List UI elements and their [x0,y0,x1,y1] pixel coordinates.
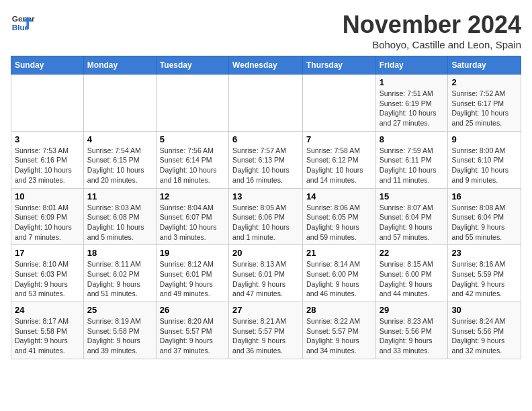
day-info: Sunrise: 8:06 AM Sunset: 6:05 PM Dayligh… [306,203,372,242]
day-number: 13 [232,191,299,201]
day-info: Sunrise: 7:56 AM Sunset: 6:14 PM Dayligh… [160,146,225,185]
day-info: Sunrise: 8:07 AM Sunset: 6:04 PM Dayligh… [380,203,445,242]
day-info: Sunrise: 8:19 AM Sunset: 5:58 PM Dayligh… [87,316,152,356]
logo: General Blue [11,11,35,35]
calendar-week-5: 24Sunrise: 8:17 AM Sunset: 5:58 PM Dayli… [11,302,521,359]
day-info: Sunrise: 8:01 AM Sunset: 6:09 PM Dayligh… [15,203,80,242]
day-info: Sunrise: 8:23 AM Sunset: 5:56 PM Dayligh… [380,316,445,356]
day-info: Sunrise: 8:13 AM Sunset: 6:01 PM Dayligh… [232,259,299,299]
calendar-cell [302,75,375,132]
header-sunday: Sunday [11,56,84,75]
calendar-table: Sunday Monday Tuesday Wednesday Thursday… [11,56,521,359]
calendar-subtitle: Bohoyo, Castille and Leon, Spain [343,39,521,50]
day-number: 10 [15,191,80,201]
day-number: 8 [380,134,445,144]
day-info: Sunrise: 7:54 AM Sunset: 6:15 PM Dayligh… [87,146,152,185]
header-wednesday: Wednesday [229,56,303,75]
day-number: 14 [306,191,372,201]
day-info: Sunrise: 8:05 AM Sunset: 6:06 PM Dayligh… [232,203,299,242]
calendar-cell: 19Sunrise: 8:12 AM Sunset: 6:01 PM Dayli… [156,245,228,302]
calendar-cell [229,75,303,132]
day-number: 3 [15,134,80,144]
day-info: Sunrise: 7:52 AM Sunset: 6:17 PM Dayligh… [451,89,517,128]
day-info: Sunrise: 7:53 AM Sunset: 6:16 PM Dayligh… [15,146,80,185]
calendar-cell: 14Sunrise: 8:06 AM Sunset: 6:05 PM Dayli… [302,188,375,245]
calendar-cell: 17Sunrise: 8:10 AM Sunset: 6:03 PM Dayli… [11,245,84,302]
day-number: 5 [160,134,225,144]
calendar-cell [83,75,156,132]
calendar-cell: 4Sunrise: 7:54 AM Sunset: 6:15 PM Daylig… [83,131,156,188]
header: General Blue November 2024 Bohoyo, Casti… [11,11,521,50]
calendar-cell: 30Sunrise: 8:24 AM Sunset: 5:56 PM Dayli… [448,302,521,359]
day-info: Sunrise: 7:51 AM Sunset: 6:19 PM Dayligh… [380,89,445,128]
day-info: Sunrise: 8:16 AM Sunset: 5:59 PM Dayligh… [451,259,517,299]
day-info: Sunrise: 8:22 AM Sunset: 5:57 PM Dayligh… [306,316,372,356]
calendar-cell: 11Sunrise: 8:03 AM Sunset: 6:08 PM Dayli… [83,188,156,245]
day-info: Sunrise: 8:04 AM Sunset: 6:07 PM Dayligh… [160,203,225,242]
day-number: 12 [160,191,225,201]
day-number: 15 [380,191,445,201]
day-number: 9 [451,134,517,144]
calendar-cell: 13Sunrise: 8:05 AM Sunset: 6:06 PM Dayli… [229,188,303,245]
day-info: Sunrise: 7:58 AM Sunset: 6:12 PM Dayligh… [306,146,372,185]
day-number: 1 [380,77,445,87]
day-info: Sunrise: 8:12 AM Sunset: 6:01 PM Dayligh… [160,259,225,299]
calendar-cell [156,75,228,132]
day-info: Sunrise: 8:15 AM Sunset: 6:00 PM Dayligh… [380,259,445,299]
day-info: Sunrise: 8:21 AM Sunset: 5:57 PM Dayligh… [232,316,299,356]
calendar-cell: 12Sunrise: 8:04 AM Sunset: 6:07 PM Dayli… [156,188,228,245]
calendar-cell: 27Sunrise: 8:21 AM Sunset: 5:57 PM Dayli… [229,302,303,359]
day-number: 28 [306,305,372,315]
calendar-cell: 7Sunrise: 7:58 AM Sunset: 6:12 PM Daylig… [302,131,375,188]
calendar-cell: 5Sunrise: 7:56 AM Sunset: 6:14 PM Daylig… [156,131,228,188]
day-info: Sunrise: 8:24 AM Sunset: 5:56 PM Dayligh… [451,316,517,356]
day-info: Sunrise: 8:10 AM Sunset: 6:03 PM Dayligh… [15,259,80,299]
day-info: Sunrise: 8:17 AM Sunset: 5:58 PM Dayligh… [15,316,80,356]
day-number: 22 [380,248,445,258]
day-number: 27 [232,305,299,315]
day-info: Sunrise: 8:14 AM Sunset: 6:00 PM Dayligh… [306,259,372,299]
header-monday: Monday [83,56,156,75]
day-number: 18 [87,248,152,258]
day-number: 4 [87,134,152,144]
day-info: Sunrise: 8:03 AM Sunset: 6:08 PM Dayligh… [87,203,152,242]
day-number: 23 [451,248,517,258]
day-number: 20 [232,248,299,258]
calendar-cell: 22Sunrise: 8:15 AM Sunset: 6:00 PM Dayli… [375,245,448,302]
day-number: 26 [160,305,225,315]
day-info: Sunrise: 7:59 AM Sunset: 6:11 PM Dayligh… [380,146,445,185]
day-number: 6 [232,134,299,144]
day-info: Sunrise: 8:08 AM Sunset: 6:04 PM Dayligh… [451,203,517,242]
calendar-cell: 24Sunrise: 8:17 AM Sunset: 5:58 PM Dayli… [11,302,84,359]
calendar-cell: 21Sunrise: 8:14 AM Sunset: 6:00 PM Dayli… [302,245,375,302]
day-number: 21 [306,248,372,258]
title-section: November 2024 Bohoyo, Castille and Leon,… [343,11,521,50]
calendar-cell: 23Sunrise: 8:16 AM Sunset: 5:59 PM Dayli… [448,245,521,302]
calendar-week-1: 1Sunrise: 7:51 AM Sunset: 6:19 PM Daylig… [11,75,521,132]
day-number: 30 [451,305,517,315]
calendar-week-3: 10Sunrise: 8:01 AM Sunset: 6:09 PM Dayli… [11,188,521,245]
header-friday: Friday [375,56,448,75]
header-saturday: Saturday [448,56,521,75]
day-number: 2 [451,77,517,87]
calendar-cell: 25Sunrise: 8:19 AM Sunset: 5:58 PM Dayli… [83,302,156,359]
calendar-cell: 18Sunrise: 8:11 AM Sunset: 6:02 PM Dayli… [83,245,156,302]
calendar-cell: 9Sunrise: 8:00 AM Sunset: 6:10 PM Daylig… [448,131,521,188]
day-number: 24 [15,305,80,315]
calendar-cell: 6Sunrise: 7:57 AM Sunset: 6:13 PM Daylig… [229,131,303,188]
calendar-cell: 1Sunrise: 7:51 AM Sunset: 6:19 PM Daylig… [375,75,448,132]
day-number: 29 [380,305,445,315]
calendar-cell: 28Sunrise: 8:22 AM Sunset: 5:57 PM Dayli… [302,302,375,359]
calendar-cell: 8Sunrise: 7:59 AM Sunset: 6:11 PM Daylig… [375,131,448,188]
calendar-cell: 15Sunrise: 8:07 AM Sunset: 6:04 PM Dayli… [375,188,448,245]
calendar-cell [11,75,84,132]
logo-icon: General Blue [11,11,35,35]
day-number: 19 [160,248,225,258]
day-number: 17 [15,248,80,258]
calendar-cell: 29Sunrise: 8:23 AM Sunset: 5:56 PM Dayli… [375,302,448,359]
calendar-cell: 3Sunrise: 7:53 AM Sunset: 6:16 PM Daylig… [11,131,84,188]
day-number: 7 [306,134,372,144]
header-thursday: Thursday [302,56,375,75]
calendar-cell: 10Sunrise: 8:01 AM Sunset: 6:09 PM Dayli… [11,188,84,245]
header-tuesday: Tuesday [156,56,228,75]
